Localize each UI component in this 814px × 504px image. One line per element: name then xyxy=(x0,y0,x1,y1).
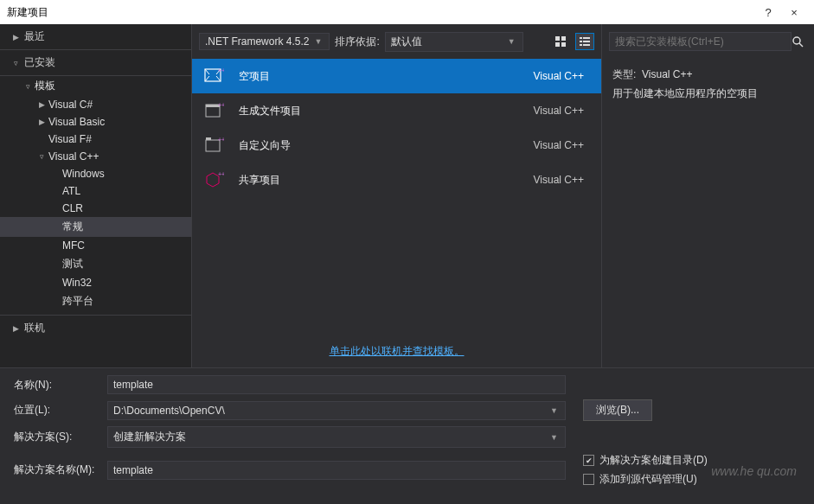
sidebar-installed[interactable]: ▿ 已安装 xyxy=(0,50,191,76)
tree-label: Windows xyxy=(62,168,105,180)
template-lang: Visual C++ xyxy=(534,139,584,151)
solution-value: 创建新解决方案 xyxy=(113,430,548,444)
sort-selector[interactable]: 默认值 ▼ xyxy=(385,32,523,52)
framework-selector[interactable]: .NET Framework 4.5.2 ▼ xyxy=(199,33,330,50)
tree-vcpp-4[interactable]: MFC xyxy=(0,237,191,254)
svg-text:++: ++ xyxy=(218,67,224,73)
sort-label: 排序依据: xyxy=(335,35,379,49)
source-control-label: 添加到源代码管理(U) xyxy=(599,472,697,487)
tree-label: 常规 xyxy=(62,220,83,234)
tree-vcpp-0[interactable]: Windows xyxy=(0,165,191,182)
tree-label: MFC xyxy=(62,239,85,252)
create-directory-label: 为解决方案创建目录(D) xyxy=(599,453,708,468)
template-item-2[interactable]: ++自定义向导Visual C++ xyxy=(192,128,601,163)
bottom-form: 名称(N): 位置(L): ▼ 浏览(B)... 解决方案(S): 创建新解决方… xyxy=(0,367,814,499)
tree-label: Win32 xyxy=(62,277,92,289)
solution-name-input-wrap[interactable] xyxy=(107,461,566,480)
svg-rect-2 xyxy=(555,42,560,47)
svg-line-11 xyxy=(205,69,209,74)
view-grid-button[interactable] xyxy=(551,33,570,50)
toolbar: .NET Framework 4.5.2 ▼ 排序依据: 默认值 ▼ xyxy=(192,24,601,59)
help-button[interactable]: ? xyxy=(755,6,781,19)
tree-label: CLR xyxy=(62,202,83,214)
template-list: ++空项目Visual C++++生成文件项目Visual C++++自定义向导… xyxy=(192,59,601,335)
svg-text:++: ++ xyxy=(218,171,224,177)
template-item-3[interactable]: ++共享项目Visual C++ xyxy=(192,163,601,197)
tree-label: 模板 xyxy=(35,79,55,93)
template-lang: Visual C++ xyxy=(534,174,584,186)
search-icon[interactable] xyxy=(792,35,807,48)
template-name: 生成文件项目 xyxy=(239,104,520,118)
tree-vcpp-5[interactable]: 测试 xyxy=(0,254,191,274)
solution-selector[interactable]: 创建新解决方案▼ xyxy=(107,426,566,448)
sort-value: 默认值 xyxy=(391,35,503,49)
tree-vcpp-3[interactable]: 常规 xyxy=(0,217,191,237)
solution-name-label: 解决方案名称(M): xyxy=(14,463,100,477)
browse-button[interactable]: 浏览(B)... xyxy=(583,399,652,421)
tree-vcpp-2[interactable]: CLR xyxy=(0,200,191,217)
online-search-link-wrap: 单击此处以联机并查找模板。 xyxy=(192,335,601,367)
detail-type-label: 类型: xyxy=(612,68,636,80)
tree-fsharp[interactable]: Visual F# xyxy=(0,131,191,148)
tree-vcpp-6[interactable]: Win32 xyxy=(0,274,191,291)
svg-text:++: ++ xyxy=(218,137,224,143)
tree-csharp[interactable]: ▶Visual C# xyxy=(0,96,191,113)
tree-label: 跨平台 xyxy=(62,294,93,309)
tree-vcpp-1[interactable]: ATL xyxy=(0,182,191,200)
search-box[interactable] xyxy=(609,32,792,51)
svg-rect-8 xyxy=(580,44,582,46)
sidebar-online[interactable]: ▶ 联机 xyxy=(0,315,191,341)
tree-label: ATL xyxy=(62,185,80,197)
template-icon: ++ xyxy=(202,100,225,121)
sidebar-installed-label: 已安装 xyxy=(24,55,55,70)
triangle-right-icon: ▶ xyxy=(10,33,21,41)
tree-templates[interactable]: ▿模板 xyxy=(0,76,191,96)
location-input[interactable] xyxy=(113,405,548,417)
template-icon: ++ xyxy=(202,135,225,156)
name-input[interactable] xyxy=(113,379,560,391)
arrow-icon: ▶ xyxy=(36,100,47,109)
svg-rect-1 xyxy=(561,36,566,41)
tree-vcpp[interactable]: ▿Visual C++ xyxy=(0,148,191,165)
view-list-button[interactable] xyxy=(575,33,594,50)
svg-text:++: ++ xyxy=(218,102,224,108)
sidebar-recent-label: 最近 xyxy=(24,29,45,44)
svg-line-24 xyxy=(799,43,803,47)
online-search-link[interactable]: 单击此处以联机并查找模板。 xyxy=(330,345,465,357)
sidebar-recent[interactable]: ▶ 最近 xyxy=(0,24,191,50)
tree-vb[interactable]: ▶Visual Basic xyxy=(0,113,191,131)
close-button[interactable]: × xyxy=(781,6,807,19)
chevron-down-icon: ▼ xyxy=(548,406,560,415)
svg-rect-6 xyxy=(580,41,582,42)
checkbox-checked-icon xyxy=(583,455,594,466)
search-input[interactable] xyxy=(615,35,785,48)
template-item-0[interactable]: ++空项目Visual C++ xyxy=(192,59,601,93)
location-input-wrap[interactable]: ▼ xyxy=(107,401,566,420)
triangle-down-icon: ▿ xyxy=(10,59,21,67)
location-label: 位置(L): xyxy=(14,403,100,418)
solution-name-input[interactable] xyxy=(113,464,560,476)
template-lang: Visual C++ xyxy=(534,105,584,117)
template-icon: ++ xyxy=(202,169,225,190)
footer: 确定 取消 xyxy=(0,499,814,504)
tree-label: Visual Basic xyxy=(48,116,105,128)
template-name: 自定义向导 xyxy=(239,138,520,153)
checkbox-icon xyxy=(583,474,594,485)
template-icon: ++ xyxy=(202,66,225,86)
create-directory-checkbox[interactable]: 为解决方案创建目录(D) xyxy=(583,453,708,468)
template-name: 共享项目 xyxy=(239,173,520,188)
sidebar-online-label: 联机 xyxy=(24,321,45,335)
arrow-icon: ▿ xyxy=(36,152,47,161)
name-input-wrap[interactable] xyxy=(107,375,566,394)
template-item-1[interactable]: ++生成文件项目Visual C++ xyxy=(192,93,601,128)
detail-type-value: Visual C++ xyxy=(642,68,692,80)
chevron-down-icon: ▼ xyxy=(506,37,517,46)
svg-rect-7 xyxy=(583,41,590,42)
svg-rect-5 xyxy=(583,37,590,39)
tree-vcpp-7[interactable]: 跨平台 xyxy=(0,291,191,311)
source-control-checkbox[interactable]: 添加到源代码管理(U) xyxy=(583,472,708,487)
triangle-right-icon: ▶ xyxy=(10,324,21,333)
arrow-icon: ▿ xyxy=(22,82,33,91)
svg-rect-9 xyxy=(583,44,590,46)
template-lang: Visual C++ xyxy=(534,70,584,82)
